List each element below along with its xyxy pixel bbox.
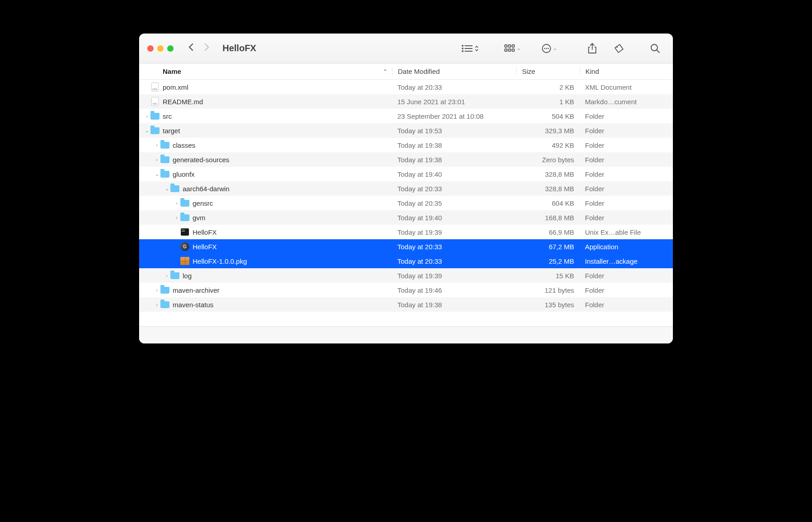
file-kind: XML Document bbox=[580, 83, 673, 91]
file-name: HelloFX bbox=[193, 243, 217, 251]
disclosure-triangle[interactable]: ⌄ bbox=[154, 171, 160, 177]
status-bar bbox=[139, 326, 673, 343]
list-icon bbox=[461, 44, 473, 53]
window-title: HelloFX bbox=[222, 43, 256, 53]
column-header-kind[interactable]: Kind bbox=[580, 68, 673, 75]
disclosure-triangle[interactable]: › bbox=[154, 142, 160, 148]
file-size: 66,9 MB bbox=[516, 228, 580, 236]
forward-button[interactable] bbox=[201, 43, 213, 54]
file-row[interactable]: ›generated-sourcesToday at 19:38Zero byt… bbox=[139, 152, 673, 167]
file-size: 2 KB bbox=[516, 83, 580, 91]
file-kind: Folder bbox=[580, 272, 673, 280]
file-size: 1 KB bbox=[516, 98, 580, 106]
svg-point-15 bbox=[548, 48, 549, 49]
grid-icon bbox=[504, 44, 515, 53]
column-header-name[interactable]: Name ⌃ bbox=[139, 68, 392, 75]
disclosure-triangle[interactable]: › bbox=[174, 200, 180, 206]
sort-ascending-icon: ⌃ bbox=[383, 68, 387, 75]
folder-icon bbox=[160, 285, 170, 295]
svg-point-13 bbox=[544, 48, 546, 49]
tag-icon bbox=[614, 44, 624, 53]
application-icon: G bbox=[180, 242, 190, 251]
disclosure-triangle[interactable]: ⌄ bbox=[144, 128, 150, 134]
file-row[interactable]: ›gvmToday at 19:40168,8 MBFolder bbox=[139, 210, 673, 225]
file-kind: Folder bbox=[580, 185, 673, 193]
file-row[interactable]: GHelloFXToday at 20:3367,2 MBApplication bbox=[139, 239, 673, 254]
file-row[interactable]: ›logToday at 19:3915 KBFolder bbox=[139, 268, 673, 283]
file-name: maven-status bbox=[173, 301, 213, 309]
folder-icon bbox=[150, 126, 160, 135]
column-header-date[interactable]: Date Modified bbox=[392, 68, 516, 75]
chevron-down-icon: ⌄ bbox=[517, 45, 521, 51]
file-kind: Folder bbox=[580, 214, 673, 222]
file-row[interactable]: ›maven-statusToday at 19:38135 bytesFold… bbox=[139, 297, 673, 312]
file-row[interactable]: HelloFXToday at 19:3966,9 MBUnix Ex…able… bbox=[139, 225, 673, 239]
file-name: HelloFX bbox=[193, 228, 217, 236]
file-row[interactable]: ›classesToday at 19:38492 KBFolder bbox=[139, 138, 673, 152]
file-date: Today at 19:40 bbox=[392, 170, 516, 178]
file-kind: Unix Ex…able File bbox=[580, 228, 673, 236]
file-kind: Installer…ackage bbox=[580, 257, 673, 265]
search-button[interactable] bbox=[646, 44, 665, 53]
file-row[interactable]: ⌄gluonfxToday at 19:40328,8 MBFolder bbox=[139, 167, 673, 181]
disclosure-triangle[interactable]: › bbox=[154, 302, 160, 307]
file-size: 604 KB bbox=[516, 199, 580, 207]
document-icon: XML bbox=[150, 82, 160, 92]
file-date: Today at 20:35 bbox=[392, 199, 516, 207]
svg-line-19 bbox=[657, 50, 659, 53]
file-row[interactable]: XMLpom.xmlToday at 20:332 KBXML Document bbox=[139, 80, 673, 94]
file-size: 121 bytes bbox=[516, 286, 580, 294]
file-row[interactable]: HelloFX-1.0.0.pkgToday at 20:3325,2 MBIn… bbox=[139, 254, 673, 268]
file-size: 329,3 MB bbox=[516, 127, 580, 135]
file-name: classes bbox=[173, 141, 195, 149]
disclosure-triangle[interactable]: › bbox=[154, 157, 160, 162]
view-list-button[interactable] bbox=[457, 44, 483, 53]
file-row[interactable]: MDREADME.md15 June 2021 at 23:011 KBMark… bbox=[139, 94, 673, 109]
disclosure-triangle[interactable]: › bbox=[164, 273, 170, 278]
svg-rect-9 bbox=[505, 49, 507, 51]
file-date: Today at 19:38 bbox=[392, 156, 516, 164]
file-size: 25,2 MB bbox=[516, 257, 580, 265]
file-size: 168,8 MB bbox=[516, 214, 580, 222]
disclosure-triangle[interactable]: › bbox=[154, 287, 160, 293]
tags-button[interactable] bbox=[609, 44, 628, 53]
minimize-window-button[interactable] bbox=[157, 45, 164, 52]
file-name: maven-archiver bbox=[173, 286, 219, 294]
file-name: generated-sources bbox=[173, 156, 229, 164]
disclosure-triangle[interactable]: › bbox=[144, 113, 150, 119]
folder-icon bbox=[160, 140, 170, 150]
column-headers: Name ⌃ Date Modified Size Kind bbox=[139, 63, 673, 80]
file-date: Today at 19:46 bbox=[392, 286, 516, 294]
disclosure-triangle[interactable]: ⌄ bbox=[164, 186, 170, 192]
back-button[interactable] bbox=[185, 43, 197, 54]
column-header-size[interactable]: Size bbox=[516, 68, 580, 75]
svg-point-0 bbox=[462, 45, 463, 46]
updown-icon bbox=[474, 45, 479, 52]
file-kind: Folder bbox=[580, 199, 673, 207]
folder-icon bbox=[150, 111, 160, 121]
group-by-button[interactable]: ⌄ bbox=[500, 44, 525, 53]
file-size: 504 KB bbox=[516, 112, 580, 120]
file-date: Today at 19:53 bbox=[392, 127, 516, 135]
zoom-window-button[interactable] bbox=[167, 45, 174, 52]
chevron-down-icon: ⌄ bbox=[553, 45, 557, 51]
file-row[interactable]: ›gensrcToday at 20:35604 KBFolder bbox=[139, 196, 673, 210]
svg-point-4 bbox=[462, 51, 463, 52]
svg-point-17 bbox=[617, 46, 618, 48]
file-row[interactable]: ⌄aarch64-darwinToday at 20:33328,8 MBFol… bbox=[139, 181, 673, 196]
file-row[interactable]: ⌄targetToday at 19:53329,3 MBFolder bbox=[139, 123, 673, 138]
file-size: 15 KB bbox=[516, 272, 580, 280]
folder-icon bbox=[160, 169, 170, 179]
share-button[interactable] bbox=[583, 43, 601, 54]
file-row[interactable]: ›maven-archiverToday at 19:46121 bytesFo… bbox=[139, 283, 673, 297]
toolbar: HelloFX ⌄ bbox=[139, 34, 673, 63]
folder-icon bbox=[170, 271, 180, 280]
disclosure-triangle[interactable]: › bbox=[174, 215, 180, 220]
file-kind: Folder bbox=[580, 156, 673, 164]
folder-icon bbox=[180, 198, 190, 208]
close-window-button[interactable] bbox=[147, 45, 154, 52]
action-menu-button[interactable]: ⌄ bbox=[537, 44, 561, 53]
folder-icon bbox=[160, 155, 170, 164]
file-name: HelloFX-1.0.0.pkg bbox=[193, 257, 247, 265]
file-row[interactable]: ›src23 September 2021 at 10:08504 KBFold… bbox=[139, 109, 673, 123]
